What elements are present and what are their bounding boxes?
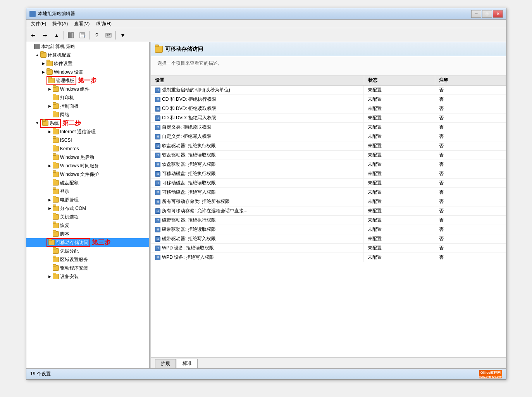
tree-node-dist-com[interactable]: ▶ 分布式 COM <box>26 204 149 213</box>
tree-node-system[interactable]: ▼ 系统 第二步 <box>26 119 149 127</box>
tree-node-network[interactable]: 网络 <box>26 110 149 119</box>
expand-removable[interactable] <box>40 239 46 246</box>
up-button[interactable]: ▲ <box>51 30 62 41</box>
expand-computer[interactable]: ▲ <box>34 52 40 58</box>
expand-control-panel[interactable]: ▶ <box>46 103 53 109</box>
tree-node-windows-time[interactable]: ▶ Windows 时间服务 <box>26 162 149 170</box>
tab-expand[interactable]: 扩展 <box>155 359 176 368</box>
tree-node-internet-mgmt[interactable]: ▶ Internet 通信管理 <box>26 127 149 136</box>
expand-printer[interactable] <box>46 95 53 101</box>
expand-software[interactable]: ▶ <box>40 60 46 67</box>
tree-node-shutdown[interactable]: 关机选项 <box>26 213 149 221</box>
minimize-button[interactable]: ─ <box>471 10 481 18</box>
tab-standard[interactable]: 标准 <box>177 359 198 368</box>
tree-panel[interactable]: 本地计算机 策略 ▲ 计算机配置 ▶ 软件设置 ▶ Windows 设置 <box>26 42 150 368</box>
table-row[interactable]: ⊞ 所有可移动存储类: 拒绝所有权限 未配置 否 <box>151 197 506 206</box>
forward-button[interactable]: ➡ <box>40 30 50 41</box>
table-row[interactable]: ⊞ 可移动磁盘: 拒绝执行权限 未配置 否 <box>151 169 506 179</box>
table-row[interactable]: ⊞ 软盘驱动器: 拒绝执行权限 未配置 否 <box>151 141 506 151</box>
tree-node-computer[interactable]: ▲ 计算机配置 <box>26 51 149 59</box>
maximize-button[interactable]: □ <box>482 10 492 18</box>
table-row[interactable]: ⊞ 可移动磁盘: 拒绝读取权限 未配置 否 <box>151 179 506 188</box>
settings-area[interactable]: 设置 状态 注释 ⊞ 强制重新启动的时间(以秒为单位) 未配置 否 ⊞ CD 和… <box>151 76 506 357</box>
table-row[interactable]: ⊞ 软盘驱动器: 拒绝读取权限 未配置 否 <box>151 151 506 160</box>
expand-shutdown[interactable] <box>46 214 53 220</box>
table-row[interactable]: ⊞ 磁带驱动器: 拒绝读取权限 未配置 否 <box>151 225 506 234</box>
tree-node-removable-storage[interactable]: 可移动存储访问 第三步 <box>26 238 149 247</box>
tree-node-windows-hotstart[interactable]: Windows 热启动 <box>26 153 149 162</box>
tree-node-admin-templates[interactable]: 管理模板 第一步 <box>26 76 149 85</box>
expand-system[interactable]: ▼ <box>34 120 40 126</box>
table-row[interactable]: ⊞ CD 和 DVD: 拒绝读取权限 未配置 否 <box>151 104 506 113</box>
table-row[interactable]: ⊞ 磁带驱动器: 拒绝写入权限 未配置 否 <box>151 234 506 244</box>
expand-hotstart[interactable] <box>46 154 53 160</box>
export-button[interactable] <box>77 30 88 41</box>
expand-wfp[interactable] <box>46 171 53 177</box>
expand-win-components[interactable]: ▶ <box>46 86 53 92</box>
col-status[interactable]: 状态 <box>364 76 435 86</box>
show-hide-button[interactable] <box>65 30 76 41</box>
expand-internet-mgmt[interactable]: ▶ <box>46 129 53 135</box>
tree-node-locale[interactable]: 区域设置服务 <box>26 255 149 264</box>
table-row[interactable]: ⊞ WPD 设备: 拒绝读取权限 未配置 否 <box>151 244 506 253</box>
table-row[interactable]: ⊞ 强制重新启动的时间(以秒为单位) 未配置 否 <box>151 86 506 95</box>
tree-node-login[interactable]: 登录 <box>26 187 149 196</box>
menu-view[interactable]: 查看(V) <box>71 20 93 28</box>
tree-node-iscsi[interactable]: iSCSI <box>26 136 149 144</box>
back-button[interactable]: ⬅ <box>28 30 39 41</box>
tree-node-power-mgmt[interactable]: ▶ 电源管理 <box>26 196 149 204</box>
tree-node-win-components[interactable]: ▶ Windows 组件 <box>26 85 149 93</box>
tree-node-device-install[interactable]: ▶ 设备安装 <box>26 272 149 281</box>
expand-kerberos[interactable] <box>46 146 53 152</box>
menu-file[interactable]: 文件(F) <box>28 20 49 28</box>
menu-action[interactable]: 操作(A) <box>49 20 71 28</box>
expand-scripts[interactable] <box>46 231 53 237</box>
col-setting[interactable]: 设置 <box>151 76 364 86</box>
expand-admin[interactable] <box>40 77 46 84</box>
expand-windows-settings[interactable]: ▶ <box>40 69 46 75</box>
tree-node-scripts[interactable]: 脚本 <box>26 230 149 238</box>
tree-node-control-panel[interactable]: ▶ 控制面板 <box>26 102 149 110</box>
table-row[interactable]: ⊞ 所有可移动存储: 允许在远程会话中直接... 未配置 否 <box>151 206 506 216</box>
expand-driver-install[interactable] <box>46 265 53 271</box>
tree-node-software[interactable]: ▶ 软件设置 <box>26 59 149 68</box>
expand-disk-quota[interactable] <box>46 180 53 186</box>
table-row[interactable]: ⊞ WPD 设备: 拒绝写入权限 未配置 否 <box>151 253 506 262</box>
tree-node-windows-settings[interactable]: ▶ Windows 设置 <box>26 68 149 76</box>
table-row[interactable]: ⊞ CD 和 DVD: 拒绝执行权限 未配置 否 <box>151 95 506 104</box>
expand-root[interactable] <box>28 43 34 50</box>
expand-power[interactable]: ▶ <box>46 197 53 203</box>
table-row[interactable]: ⊞ CD 和 DVD: 拒绝写入权限 未配置 否 <box>151 113 506 123</box>
tree-node-kerberos[interactable]: Kerberos <box>26 144 149 153</box>
expand-network[interactable] <box>46 112 53 118</box>
tree-node-root[interactable]: 本地计算机 策略 <box>26 42 149 51</box>
properties-button[interactable] <box>103 30 114 41</box>
table-row[interactable]: ⊞ 自定义类: 拒绝写入权限 未配置 否 <box>151 132 506 141</box>
expand-wintime[interactable]: ▶ <box>46 163 53 169</box>
tree-node-win-file-protection[interactable]: Windows 文件保护 <box>26 170 149 179</box>
setting-name-cell: ⊞ 强制重新启动的时间(以秒为单位) <box>151 86 364 95</box>
table-row[interactable]: ⊞ 软盘驱动器: 拒绝写入权限 未配置 否 <box>151 160 506 169</box>
table-row[interactable]: ⊞ 可移动磁盘: 拒绝写入权限 未配置 否 <box>151 188 506 197</box>
table-row[interactable]: ⊞ 磁带驱动器: 拒绝执行权限 未配置 否 <box>151 216 506 225</box>
settings-table: 设置 状态 注释 ⊞ 强制重新启动的时间(以秒为单位) 未配置 否 ⊞ CD 和… <box>151 76 506 262</box>
tree-label-computer: 计算机配置 <box>48 52 71 58</box>
tree-node-printer[interactable]: 打印机 <box>26 93 149 102</box>
tree-node-recovery[interactable]: 恢复 <box>26 221 149 230</box>
help-button[interactable]: ? <box>91 30 102 41</box>
expand-iscsi[interactable] <box>46 137 53 143</box>
expand-device-install[interactable]: ▶ <box>46 273 53 280</box>
expand-dist-com[interactable]: ▶ <box>46 205 53 211</box>
tree-node-credentials[interactable]: 凭据分配 <box>26 247 149 255</box>
close-button[interactable]: ✕ <box>493 10 503 18</box>
filter-button[interactable]: ▼ <box>117 30 128 41</box>
expand-credentials[interactable] <box>46 248 53 254</box>
col-note[interactable]: 注释 <box>435 76 506 86</box>
expand-login[interactable] <box>46 188 53 194</box>
table-row[interactable]: ⊞ 自定义类: 拒绝读取权限 未配置 否 <box>151 123 506 132</box>
tree-node-disk-quota[interactable]: 磁盘配额 <box>26 179 149 187</box>
expand-recovery[interactable] <box>46 222 53 229</box>
tree-node-driver-install[interactable]: 驱动程序安装 <box>26 264 149 272</box>
menu-help[interactable]: 帮助(H) <box>93 20 115 28</box>
expand-locale[interactable] <box>46 256 53 263</box>
